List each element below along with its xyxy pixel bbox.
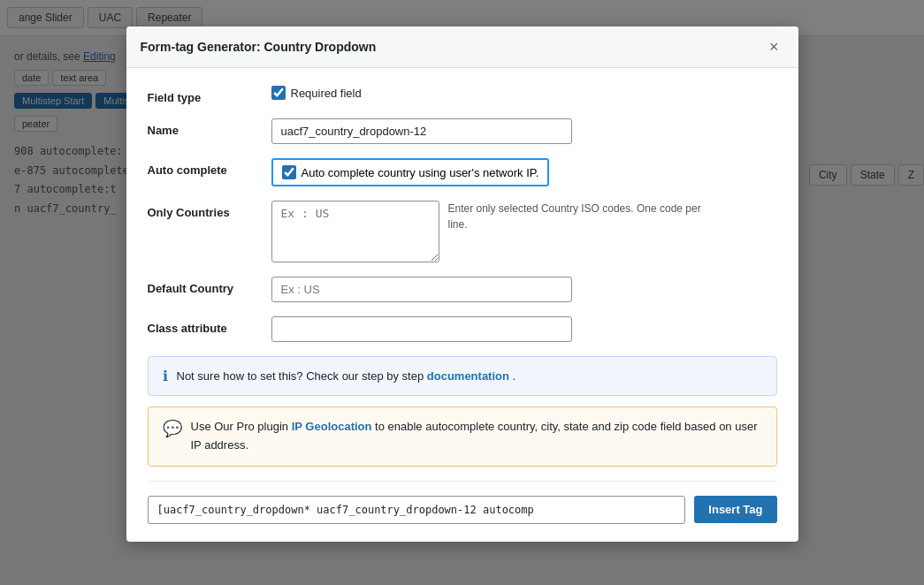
name-controls bbox=[271, 118, 777, 144]
only-countries-controls: Enter only selected Country ISO codes. O… bbox=[271, 201, 777, 262]
only-countries-label: Only Countries bbox=[148, 201, 271, 219]
field-type-row: Field type Required field bbox=[148, 86, 777, 104]
info-text-suffix: . bbox=[513, 369, 516, 383]
only-countries-hint: Enter only selected Country ISO codes. O… bbox=[448, 201, 714, 232]
class-attribute-controls bbox=[271, 316, 777, 342]
pro-box: 💬 Use Our Pro plugin IP Geolocation to e… bbox=[148, 406, 777, 467]
insert-tag-button[interactable]: Insert Tag bbox=[694, 496, 776, 523]
default-country-label: Default Country bbox=[148, 277, 271, 295]
autocomplete-checkbox[interactable] bbox=[282, 165, 296, 179]
class-attribute-input[interactable] bbox=[271, 316, 572, 342]
info-text-before: Not sure how to set this? Check our step… bbox=[177, 369, 424, 383]
required-field-wrap: Required field bbox=[271, 86, 362, 100]
pro-text: Use Our Pro plugin IP Geolocation to ena… bbox=[191, 418, 762, 455]
tag-output-input[interactable] bbox=[148, 496, 686, 524]
speech-bubble-icon: 💬 bbox=[163, 419, 182, 438]
class-attribute-row: Class attribute bbox=[148, 316, 777, 342]
name-row: Name bbox=[148, 118, 777, 144]
only-countries-textarea[interactable] bbox=[271, 201, 439, 262]
class-attribute-label: Class attribute bbox=[148, 316, 271, 335]
required-label: Required field bbox=[291, 87, 362, 100]
modal-header: Form-tag Generator: Country Dropdown × bbox=[126, 27, 798, 68]
modal: Form-tag Generator: Country Dropdown × F… bbox=[126, 27, 798, 542]
auto-complete-controls: Auto complete country using user's netwo… bbox=[271, 158, 777, 186]
info-icon: ℹ bbox=[163, 368, 168, 384]
modal-overlay: Form-tag Generator: Country Dropdown × F… bbox=[0, 0, 924, 585]
auto-complete-row: Auto complete Auto complete country usin… bbox=[148, 158, 777, 186]
modal-body: Field type Required field Name Auto comp… bbox=[126, 68, 798, 542]
modal-close-button[interactable]: × bbox=[764, 37, 784, 57]
auto-complete-label: Auto complete bbox=[148, 158, 271, 177]
info-box: ℹ Not sure how to set this? Check our st… bbox=[148, 356, 777, 396]
modal-title: Form-tag Generator: Country Dropdown bbox=[141, 40, 377, 54]
pro-text-before: Use Our Pro plugin bbox=[191, 420, 289, 433]
only-countries-row: Only Countries Enter only selected Count… bbox=[148, 201, 777, 262]
field-type-label: Field type bbox=[148, 86, 271, 104]
autocomplete-text: Auto complete country using user's netwo… bbox=[302, 166, 539, 179]
required-checkbox[interactable] bbox=[271, 86, 286, 100]
default-country-input[interactable] bbox=[271, 277, 572, 302]
info-text: Not sure how to set this? Check our step… bbox=[177, 369, 516, 383]
autocomplete-box: Auto complete country using user's netwo… bbox=[271, 158, 550, 186]
ip-geolocation-link[interactable]: IP Geolocation bbox=[292, 420, 372, 433]
insert-row: Insert Tag bbox=[148, 481, 777, 524]
default-country-controls bbox=[271, 277, 777, 302]
default-country-row: Default Country bbox=[148, 277, 777, 302]
field-type-controls: Required field bbox=[271, 86, 777, 100]
documentation-link[interactable]: documentation bbox=[427, 369, 509, 383]
name-input[interactable] bbox=[271, 118, 572, 144]
name-label: Name bbox=[148, 118, 271, 137]
